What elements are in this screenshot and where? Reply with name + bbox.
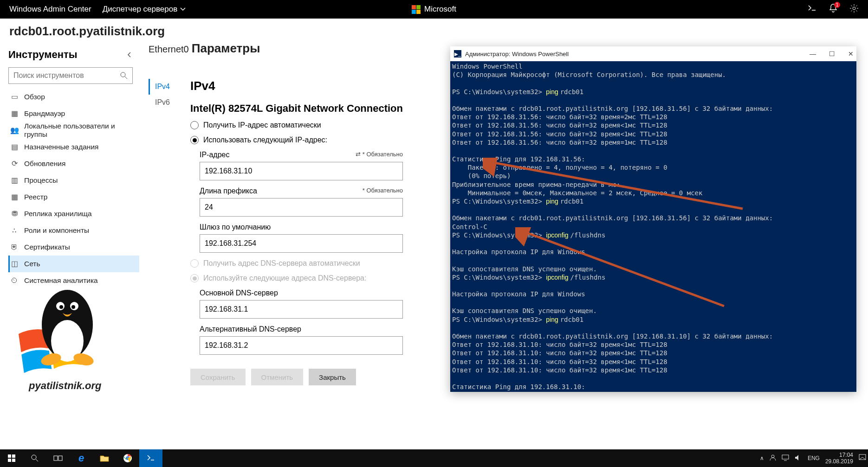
ethernet-column: Ethernet0 Параметры IPv4IPv6 IPv4 Intel(…	[139, 41, 403, 454]
sidebar-item-5[interactable]: ▥Процессы	[8, 172, 139, 189]
svg-point-0	[853, 7, 855, 10]
cancel-button: Отменить	[251, 369, 304, 385]
server-manager-dropdown[interactable]: Диспетчер серверов	[103, 5, 186, 14]
close-icon[interactable]: ✕	[848, 50, 854, 58]
tool-icon: ▤	[10, 143, 19, 151]
top-bar: Windows Admin Center Диспетчер серверов …	[0, 0, 868, 19]
svg-rect-12	[8, 454, 11, 458]
sidebar-item-7[interactable]: ⛃Реплика хранилища	[8, 205, 139, 222]
prefix-input[interactable]	[200, 198, 403, 217]
tool-icon: ⛃	[10, 210, 19, 218]
radio-icon	[190, 259, 199, 268]
dns2-input[interactable]	[200, 336, 403, 355]
sidebar-item-6[interactable]: ▦Реестр	[8, 189, 139, 205]
app-title: Windows Admin Center	[9, 5, 91, 14]
tool-icon: ⟳	[10, 160, 19, 168]
ethernet-name: Ethernet0	[149, 44, 189, 55]
ps-icon: ▶_	[454, 50, 461, 58]
ps-output[interactable]: Windows PowerShell (C) Корпорация Майкро…	[450, 61, 856, 392]
sidebar-collapse-icon[interactable]	[126, 49, 133, 61]
powershell-shortcut[interactable]	[808, 5, 817, 14]
notifications-icon[interactable]	[829, 4, 837, 15]
microsoft-logo-icon	[412, 5, 421, 14]
sidebar-item-label: Обзор	[24, 93, 45, 101]
eth-tab-ipv4[interactable]: IPv4	[149, 79, 190, 95]
sidebar-item-label: Процессы	[24, 176, 58, 185]
sidebar-item-2[interactable]: 👥Локальные пользователи и группы	[8, 122, 139, 139]
svg-point-1	[121, 72, 125, 77]
form-heading: IPv4	[190, 79, 403, 93]
sidebar-item-10[interactable]: ◫Сеть	[8, 256, 139, 272]
search-taskbar[interactable]	[23, 449, 46, 467]
tray-lang[interactable]: ENG	[808, 455, 820, 461]
search-input[interactable]	[8, 67, 133, 84]
ps-titlebar[interactable]: ▶_ Администратор: Windows PowerShell — ☐…	[450, 46, 856, 61]
tool-icon: ▦	[10, 109, 19, 118]
settings-icon[interactable]	[849, 4, 859, 15]
brand: Microsoft	[412, 5, 456, 14]
sidebar-item-label: Роли и компоненты	[24, 226, 89, 235]
sidebar-item-3[interactable]: ▤Назначенные задания	[8, 139, 139, 155]
close-button[interactable]: Закрыть	[309, 369, 356, 385]
radio-icon	[190, 274, 199, 282]
dns2-label: Альтернативный DNS-сервер	[200, 325, 403, 333]
radio-icon	[190, 136, 199, 144]
ip-label: IP-адрес⇄* Обязательно	[200, 151, 403, 159]
svg-rect-18	[58, 456, 62, 461]
sidebar-item-label: Сертификаты	[24, 243, 70, 251]
svg-rect-13	[12, 454, 15, 458]
tray-clock[interactable]: 17:04 29.08.2019	[825, 452, 853, 465]
powershell-taskbar-icon[interactable]	[139, 449, 162, 467]
radio-icon	[190, 121, 199, 129]
taskbar: e ∧ ENG 17:04 29.08.2019	[0, 449, 868, 467]
sidebar-item-label: Сеть	[24, 260, 40, 268]
sidebar-item-9[interactable]: ⛨Сертификаты	[8, 239, 139, 256]
maximize-icon[interactable]: ☐	[829, 50, 835, 58]
sidebar-item-8[interactable]: ⛬Роли и компоненты	[8, 222, 139, 239]
dns1-label: Основной DNS-сервер	[200, 289, 403, 297]
chevron-down-icon	[180, 6, 186, 12]
task-view[interactable]	[46, 449, 70, 467]
svg-point-9	[71, 305, 75, 309]
ethernet-params: Параметры	[192, 41, 260, 56]
sidebar-item-label: Реестр	[24, 193, 47, 201]
sidebar-item-0[interactable]: ▭Обзор	[8, 89, 139, 105]
eth-tab-ipv6[interactable]: IPv6	[149, 95, 190, 110]
gateway-input[interactable]	[200, 234, 403, 253]
ie-taskbar-icon[interactable]: e	[70, 449, 93, 467]
sidebar-item-label: Обновления	[24, 160, 65, 168]
ip-input[interactable]	[200, 162, 403, 180]
sidebar-item-label: Назначенные задания	[24, 143, 98, 151]
powershell-window: ▶_ Администратор: Windows PowerShell — ☐…	[450, 46, 856, 392]
tool-icon: 👥	[10, 126, 19, 134]
search-icon	[120, 71, 128, 80]
sidebar-heading: Инструменты	[8, 49, 78, 61]
explorer-taskbar-icon[interactable]	[93, 449, 116, 467]
svg-point-8	[59, 305, 63, 309]
tray-chevron-icon[interactable]: ∧	[760, 455, 764, 461]
tool-icon: ◫	[10, 260, 19, 268]
radio-static-dns: Используйте следующие адреса DNS-сервера…	[190, 274, 403, 282]
watermark: pyatilistnik.org	[5, 278, 139, 397]
tray-people-icon[interactable]	[770, 454, 776, 462]
tray-network-icon[interactable]	[782, 454, 789, 462]
dns1-input[interactable]	[200, 300, 403, 319]
start-button[interactable]	[0, 449, 23, 467]
tool-icon: ⛬	[10, 226, 19, 235]
chrome-taskbar-icon[interactable]	[116, 449, 139, 467]
radio-auto-ip[interactable]: Получить IP-адрес автоматически	[190, 121, 403, 129]
svg-rect-17	[54, 456, 58, 461]
sidebar-item-label: Реплика хранилища	[24, 210, 92, 218]
minimize-icon[interactable]: —	[810, 50, 816, 58]
svg-rect-22	[782, 455, 789, 459]
tray-notifications-icon[interactable]	[859, 454, 866, 463]
svg-point-16	[32, 455, 36, 460]
radio-auto-dns: Получить адрес DNS-сервера автоматически	[190, 259, 403, 268]
tray-volume-icon[interactable]	[795, 454, 802, 462]
sidebar-item-4[interactable]: ⟳Обновления	[8, 155, 139, 172]
tool-icon: ▥	[10, 176, 19, 185]
svg-point-21	[771, 455, 774, 458]
sidebar-item-1[interactable]: ▦Брандмауэр	[8, 105, 139, 122]
gateway-label: Шлюз по умолчанию	[200, 223, 403, 231]
radio-static-ip[interactable]: Использовать следующий IP-адрес:	[190, 136, 403, 144]
